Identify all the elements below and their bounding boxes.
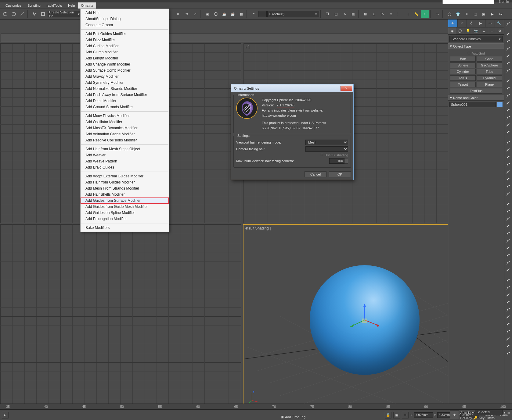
create-tube[interactable]: Tube xyxy=(477,69,502,74)
menu-item[interactable]: Add Detail Modifier xyxy=(81,98,169,104)
menu-item[interactable]: Add Frizz Modifier xyxy=(81,37,169,43)
utilities-tab[interactable]: 🔧 xyxy=(495,20,504,27)
tool-e[interactable]: ⬚ xyxy=(471,10,479,18)
tool-b[interactable]: ◯ xyxy=(445,10,453,18)
menu-item[interactable]: Add Braid Guides xyxy=(81,164,169,170)
layer-dropdown[interactable]: 0 (default)▾ xyxy=(267,11,319,17)
menu-item[interactable]: Add Symmetry Modifier xyxy=(81,80,169,86)
display-tab[interactable]: ▭ xyxy=(485,20,495,27)
create-textplus[interactable]: TextPlus xyxy=(450,88,502,94)
ribbon-button-32[interactable] xyxy=(505,267,512,274)
ribbon-button-0[interactable] xyxy=(505,21,512,27)
ribbon-button-15[interactable] xyxy=(505,140,512,146)
ribbon-button-11[interactable] xyxy=(505,107,512,114)
key-filters-button[interactable]: Key Filters... xyxy=(479,416,497,420)
menu-item[interactable]: Add Resolve Collisions Modifier xyxy=(81,137,169,143)
menu-item[interactable]: Add Guides on Spline Modifier xyxy=(81,210,169,216)
create-cylinder[interactable]: Cylinder xyxy=(450,69,476,74)
tool-f[interactable]: ▣ xyxy=(480,10,488,18)
menu-item[interactable]: Bake Modifiers xyxy=(81,225,169,231)
ribbon-button-19[interactable] xyxy=(505,169,512,176)
create-geosphere[interactable]: GeoSphere xyxy=(477,62,502,68)
menu-help[interactable]: Help xyxy=(65,2,78,9)
sub-lights[interactable]: 💡 xyxy=(464,27,472,34)
render-button[interactable]: ☕ xyxy=(229,10,237,18)
ribbon-button-31[interactable] xyxy=(505,260,512,266)
menu-item[interactable]: Add Propagation Modifier xyxy=(81,216,169,222)
ribbon-button-13[interactable] xyxy=(505,122,512,129)
spinner[interactable] xyxy=(258,11,267,17)
menu-item[interactable]: Add Hair xyxy=(81,10,169,16)
ribbon-button-43[interactable] xyxy=(505,351,512,357)
menu-item[interactable]: Add Push Away from Surface Modifier xyxy=(81,92,169,98)
motion-tab[interactable]: ▶ xyxy=(476,20,486,27)
create-pyramid[interactable]: Pyramid xyxy=(477,75,502,81)
ribbon-button-26[interactable] xyxy=(505,223,512,230)
ribbon-button-9[interactable] xyxy=(505,93,512,99)
schematic-button[interactable]: ◫ xyxy=(332,10,340,18)
menu-item[interactable]: Add Ground Strands Modifier xyxy=(81,104,169,110)
render-setup-button[interactable]: ☕ xyxy=(220,10,228,18)
fur-shading-checkbox[interactable]: ☐Use fur shading xyxy=(320,153,348,157)
ribbon-button-29[interactable] xyxy=(505,245,512,252)
object-name-input[interactable] xyxy=(449,102,496,107)
ribbon-button-20[interactable] xyxy=(505,176,512,183)
move-button[interactable]: ✥ xyxy=(174,10,182,18)
create-box[interactable]: Box xyxy=(450,56,476,62)
sub-cameras[interactable]: 📷 xyxy=(472,27,480,34)
menu-item[interactable]: Add Normalize Strands Modifier xyxy=(81,86,169,92)
ribbon-button-1[interactable] xyxy=(505,31,512,38)
layers-button[interactable]: ❐ xyxy=(323,10,331,18)
ribbon-button-42[interactable] xyxy=(505,343,512,350)
x-input[interactable] xyxy=(414,412,433,418)
menu-item[interactable]: Generate Groom xyxy=(81,22,169,28)
ribbon-button-33[interactable] xyxy=(505,277,512,284)
facing-select[interactable] xyxy=(305,146,348,152)
selection-set-dropdown[interactable]: Create Selection Se▾ xyxy=(48,11,81,17)
undo-button[interactable] xyxy=(1,10,9,18)
menu-item[interactable]: Add Weave Pattern xyxy=(81,158,169,164)
create-tab[interactable]: ✚ xyxy=(448,20,458,27)
menu-item[interactable]: Add Hair Shells Modifier xyxy=(81,191,169,198)
modify-tab[interactable]: ☄ xyxy=(458,20,467,27)
search-input[interactable] xyxy=(442,0,494,4)
ribbon-button-18[interactable] xyxy=(505,162,512,168)
create-teapot[interactable]: Teapot xyxy=(450,82,476,87)
viewport-tabs[interactable] xyxy=(1,34,486,42)
align2-button[interactable]: ⟊ xyxy=(404,10,412,18)
nav-plus-button[interactable]: ✚ xyxy=(450,410,459,419)
autokey-button[interactable]: Auto Key xyxy=(460,411,474,415)
scene-sphere[interactable] xyxy=(310,265,420,375)
scale-button[interactable]: ⤢ xyxy=(191,10,199,18)
maxscript-button[interactable]: ▸ xyxy=(2,412,9,418)
website-link[interactable]: http://www.ephere.com xyxy=(262,114,296,117)
autogrid-checkbox[interactable]: ☐AutoGrid xyxy=(449,50,503,56)
menu-item[interactable]: Add Hair from Mesh Strips Object xyxy=(81,146,169,152)
ribbon-button-3[interactable] xyxy=(505,46,512,52)
ribbon-button-35[interactable] xyxy=(505,292,512,299)
key-mode-dropdown[interactable]: Selected xyxy=(475,410,503,415)
ribbon-button-6[interactable] xyxy=(505,68,512,74)
angle-snap-button[interactable]: ∠ xyxy=(370,10,378,18)
menu-item[interactable]: Add Adopt External Guides Modifier xyxy=(81,173,169,179)
menu-customize[interactable]: Customize xyxy=(2,2,24,9)
ribbon-button-17[interactable] xyxy=(505,154,512,161)
array-button[interactable]: ⋮⋮ xyxy=(395,10,403,18)
sub-systems[interactable]: ⚙ xyxy=(496,27,504,34)
ribbon-button-24[interactable] xyxy=(505,208,512,215)
tool-h[interactable]: ⏭ xyxy=(497,10,505,18)
create-plane[interactable]: Plane xyxy=(477,82,502,87)
sub-geom[interactable]: ◉ xyxy=(448,27,456,34)
menu-item[interactable]: Add Guides from Guide Mesh Modifier xyxy=(81,204,169,210)
menu-item[interactable]: Add Guides from Surface Modifier xyxy=(81,198,169,204)
time-slider[interactable]: 35404550556065707580859095100 xyxy=(0,404,512,410)
menu-item[interactable]: Add MassFX Dynamics Modifier xyxy=(81,125,169,131)
snap-button[interactable]: ▣ xyxy=(203,10,211,18)
ribbon-button-14[interactable] xyxy=(505,129,512,136)
menu-item[interactable]: Add Oscillator Modifier xyxy=(81,119,169,125)
material-editor-button[interactable] xyxy=(212,10,220,18)
category-dropdown[interactable]: Standard Primitives▾ xyxy=(449,36,503,42)
cancel-button[interactable]: Cancel xyxy=(305,171,326,177)
create-sphere[interactable]: Sphere xyxy=(450,62,476,68)
ribbon-button-41[interactable] xyxy=(505,336,512,343)
